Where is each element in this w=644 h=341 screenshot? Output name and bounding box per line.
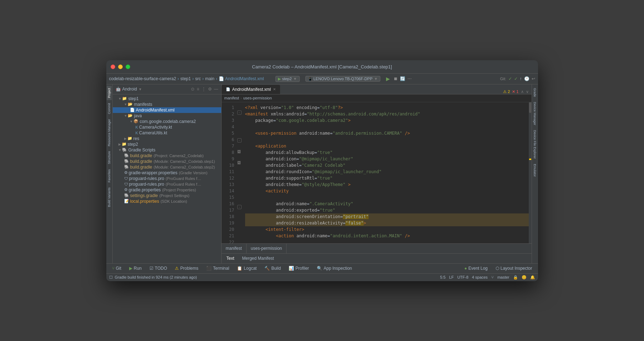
kt-icon: K — [136, 125, 138, 129]
build-variants-tab[interactable]: Build Variants — [107, 185, 112, 209]
git-push-icon[interactable]: ↑ — [520, 76, 522, 81]
tree-item-settings-gradle[interactable]: 🐘 settings.gradle (Project Settings) — [113, 193, 221, 198]
run-bottom-tab[interactable]: ▶ Run — [126, 265, 145, 272]
face-icon[interactable]: 😊 — [522, 275, 527, 280]
tree-item-androidmanifest[interactable]: 📄 AndroidManifest.xml — [113, 107, 221, 113]
sort-icon[interactable]: ≡ — [197, 87, 199, 92]
tree-item-step1[interactable]: ▼ 📁 step1 — [113, 96, 221, 102]
right-side-tabs: Grade Device Manager Device File Explore… — [532, 84, 538, 263]
logcat-bottom-tab[interactable]: 📋 Logcat — [233, 265, 260, 272]
tree-item-camerautils[interactable]: K CameraUtils.kt — [113, 130, 221, 136]
tree-item-package[interactable]: ▼ 📦 com.google.codelab.camera2 — [113, 119, 221, 124]
text-tab[interactable]: Text — [223, 255, 238, 262]
tree-item-build-gradle-project[interactable]: 🐘 build.gradle (Project: Camera2_Codelab… — [113, 153, 221, 159]
tree-item-java[interactable]: ▼ 📂 java — [113, 113, 221, 119]
structure-tab[interactable]: Structure — [107, 149, 112, 166]
breadcrumb-item-3[interactable]: src — [195, 76, 201, 81]
tree-item-gradle-wrapper[interactable]: ⚙ gradle-wrapper.properties (Gradle Vers… — [113, 170, 221, 176]
editor-tab-androidmanifest[interactable]: 📄 AndroidManifest.xml ✕ — [222, 85, 280, 94]
encoding[interactable]: UTF-8 — [457, 275, 468, 279]
terminal-bottom-tab[interactable]: ⬛ Terminal — [203, 265, 233, 272]
cursor-position[interactable]: 5:5 — [440, 275, 446, 279]
project-tab[interactable]: Project — [107, 86, 112, 100]
device-manager-tab[interactable]: Device Manager — [532, 100, 537, 128]
editor-view-tabs: Text Merged Manifest — [222, 253, 532, 263]
event-log-tab[interactable]: ● Event Log — [461, 265, 491, 272]
problems-bottom-tab[interactable]: ⚠ Problems — [171, 265, 202, 272]
dropdown-icon[interactable]: ▼ — [138, 87, 142, 91]
breadcrumb-item-4[interactable]: main — [205, 76, 214, 81]
status-bar-right: 5:5 LF UTF-8 4 spaces ⑂ master 🔒 😊 🔔 — [440, 275, 535, 280]
tree-item-local-properties[interactable]: 📝 local.properties (SDK Location) — [113, 198, 221, 204]
tree-item-manifests[interactable]: ▼ 📂 manifests — [113, 102, 221, 107]
minimize-panel-icon[interactable]: — — [214, 87, 218, 92]
nav-down-icon[interactable]: ∨ — [526, 89, 529, 94]
stop-icon[interactable]: ⏹ — [394, 76, 398, 81]
editor-breadcrumb: manifest › uses-permission — [222, 94, 532, 102]
line-ending[interactable]: LF — [449, 275, 454, 279]
breadcrumb-item-2[interactable]: step1 — [181, 76, 191, 81]
run-button[interactable]: ▶ — [386, 76, 390, 82]
undo-icon[interactable]: ↩ — [532, 76, 535, 81]
tree-item-gradle-properties[interactable]: ⚙ gradle.properties (Project Properties) — [113, 187, 221, 193]
minimize-button[interactable] — [118, 64, 123, 69]
more-icon[interactable]: ⋯ — [407, 76, 412, 81]
profiler-bottom-tab[interactable]: 📊 Profiler — [285, 265, 313, 272]
breadcrumb-uses-permission[interactable]: uses-permission — [243, 96, 272, 100]
step2-folder-icon: 📁 — [122, 142, 127, 146]
device-file-explorer-tab[interactable]: Device File Explorer — [532, 128, 537, 161]
maximize-button[interactable] — [126, 64, 130, 69]
app-inspection-bottom-tab[interactable]: 🔍 App Inspection — [313, 265, 355, 272]
filter-icon[interactable]: ⋮ — [202, 87, 206, 92]
notification-icon[interactable]: 🔔 — [530, 275, 535, 280]
code-line-5: <uses-permission android:name="android.p… — [245, 130, 529, 136]
fold-line2[interactable]: - — [237, 110, 242, 115]
fold-line7[interactable]: - — [237, 138, 242, 143]
tab-close-icon[interactable]: ✕ — [273, 87, 276, 91]
device-selector[interactable]: 📱 LENOVO Lenovo TB-Q706F-DPP ▼ — [305, 76, 380, 82]
close-button[interactable] — [111, 64, 115, 69]
breadcrumb-item-1[interactable]: codelab-resizable-surface-camera2 — [109, 76, 176, 81]
nav-up-icon[interactable]: ∧ — [521, 89, 524, 94]
breadcrumb-manifest[interactable]: manifest — [224, 96, 239, 100]
breadcrumb-item-5[interactable]: 📄AndroidManifest.xml — [219, 76, 264, 81]
git-check-icon: ✓ — [508, 76, 512, 81]
settings-icon[interactable]: ⚙ — [208, 87, 212, 92]
commit-tab[interactable]: Commit — [107, 101, 112, 116]
git-label: Git: — [500, 77, 506, 81]
resource-manager-tab[interactable]: Resource Manager — [107, 117, 112, 149]
code-content[interactable]: <?xml version="1.0" encoding="utf-8"?> <… — [243, 102, 529, 243]
fold-line19[interactable]: - — [237, 205, 242, 209]
tree-item-step2[interactable]: ▶ 📁 step2 — [113, 141, 221, 147]
tree-item-build-gradle-step1[interactable]: 🐘 build.gradle (Module: Camera2_Codelab.… — [113, 159, 221, 164]
layout-inspector-tab[interactable]: ⬡ Layout Inspector — [492, 265, 536, 272]
scope-icon[interactable]: ⊙ — [191, 87, 194, 92]
step-selector[interactable]: ▶ step2 ▼ — [275, 76, 300, 82]
indent-info[interactable]: 4 spaces — [472, 275, 488, 279]
emulator-tab[interactable]: Emulator — [532, 162, 537, 179]
branch-name[interactable]: master — [497, 275, 509, 279]
tree-item-gradle-scripts[interactable]: ▼ 🐘 Gradle Scripts — [113, 147, 221, 153]
code-line-17: android:exported="true" — [245, 207, 529, 213]
git-bottom-tab[interactable]: ⑂ Git — [108, 265, 125, 272]
grade-tab[interactable]: Grade — [532, 86, 537, 99]
tree-item-proguard-2[interactable]: 🛡 proguard-rules.pro (ProGuard Rules for… — [113, 181, 221, 187]
tree-item-proguard-1[interactable]: 🛡 proguard-rules.pro (ProGuard Rules for… — [113, 176, 221, 181]
favorites-tab[interactable]: Favorites — [107, 167, 112, 185]
code-line-2: <manifest xmlns:android="http://schemas.… — [245, 111, 529, 117]
tree-item-build-gradle-step2[interactable]: 🐘 build.gradle (Module: Camera2_Codelab.… — [113, 164, 221, 170]
tree-item-res[interactable]: ▶ 📁 res — [113, 136, 221, 141]
tree-item-cameraactivity[interactable]: K CameraActivity.kt — [113, 124, 221, 130]
sync-icon[interactable]: 🔄 — [400, 76, 405, 81]
merged-manifest-tab[interactable]: Merged Manifest — [239, 255, 278, 262]
gradle-icon-2: 🐘 — [124, 159, 129, 164]
breadcrumb-tab-uses-permission[interactable]: uses-permission — [247, 243, 286, 253]
code-line-9: android:icon="@mipmap/ic_launcher" — [245, 156, 529, 162]
branch-icon: ⑂ — [491, 275, 494, 279]
layout-inspector-icon: ⬡ — [496, 266, 499, 271]
build-bottom-tab[interactable]: 🔨 Build — [261, 265, 284, 272]
breadcrumb-tab-manifest[interactable]: manifest — [222, 243, 247, 253]
history-icon[interactable]: 🕐 — [524, 76, 529, 81]
editor-scrollbar[interactable] — [529, 102, 532, 243]
todo-bottom-tab[interactable]: ☑ TODO — [146, 265, 171, 272]
